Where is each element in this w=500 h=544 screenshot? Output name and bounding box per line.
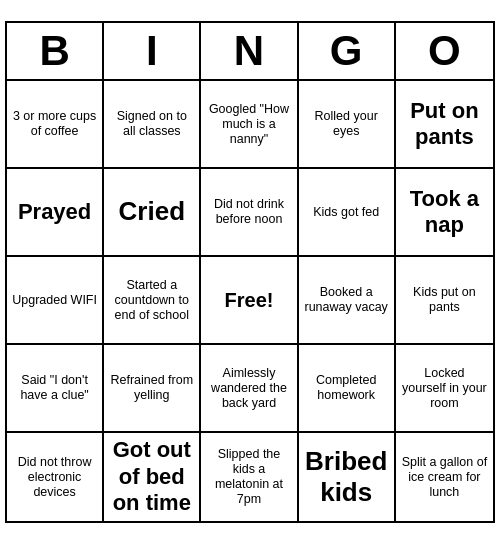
bingo-cell-0: 3 or more cups of coffee [7, 81, 104, 169]
bingo-cell-8: Kids got fed [299, 169, 396, 257]
bingo-grid: 3 or more cups of coffeeSigned on to all… [7, 81, 493, 521]
bingo-cell-24: Split a gallon of ice cream for lunch [396, 433, 493, 521]
bingo-cell-21: Got out of bed on time [104, 433, 201, 521]
bingo-cell-18: Completed homework [299, 345, 396, 433]
bingo-cell-14: Kids put on pants [396, 257, 493, 345]
bingo-cell-5: Prayed [7, 169, 104, 257]
bingo-letter-N: N [201, 23, 298, 79]
bingo-cell-11: Started a countdown to end of school [104, 257, 201, 345]
bingo-cell-10: Upgraded WIFI [7, 257, 104, 345]
bingo-header: BINGO [7, 23, 493, 81]
bingo-cell-9: Took a nap [396, 169, 493, 257]
bingo-cell-16: Refrained from yelling [104, 345, 201, 433]
bingo-cell-22: Slipped the kids a melatonin at 7pm [201, 433, 298, 521]
bingo-cell-7: Did not drink before noon [201, 169, 298, 257]
bingo-letter-O: O [396, 23, 493, 79]
bingo-letter-B: B [7, 23, 104, 79]
bingo-cell-13: Booked a runaway vacay [299, 257, 396, 345]
bingo-cell-3: Rolled your eyes [299, 81, 396, 169]
bingo-cell-23: Bribed kids [299, 433, 396, 521]
bingo-letter-G: G [299, 23, 396, 79]
bingo-cell-6: Cried [104, 169, 201, 257]
bingo-cell-4: Put on pants [396, 81, 493, 169]
bingo-letter-I: I [104, 23, 201, 79]
bingo-cell-19: Locked yourself in your room [396, 345, 493, 433]
bingo-cell-2: Googled "How much is a nanny" [201, 81, 298, 169]
bingo-cell-20: Did not throw electronic devices [7, 433, 104, 521]
bingo-cell-17: Aimlessly wandered the back yard [201, 345, 298, 433]
bingo-card: BINGO 3 or more cups of coffeeSigned on … [5, 21, 495, 523]
bingo-cell-1: Signed on to all classes [104, 81, 201, 169]
bingo-cell-15: Said "I don't have a clue" [7, 345, 104, 433]
bingo-cell-12: Free! [201, 257, 298, 345]
